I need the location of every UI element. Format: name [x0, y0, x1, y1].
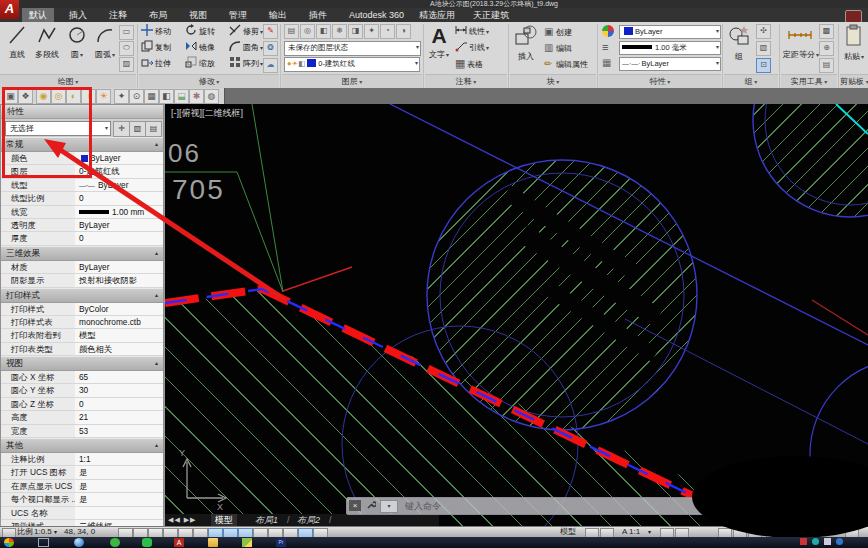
layer-freeze-icon[interactable]: ❄ — [332, 24, 347, 39]
tab-layout[interactable]: 布局 — [142, 8, 174, 22]
panel-footer-group[interactable]: 组 — [724, 74, 778, 88]
rotate-button[interactable]: 旋转 — [185, 24, 215, 39]
panel-footer-annotation[interactable]: 注释 — [425, 74, 507, 88]
panel-footer-utilities[interactable]: 实用工具 — [781, 74, 837, 88]
id-point-icon[interactable]: ⊕ — [819, 41, 834, 56]
panel-footer-layers[interactable]: 图层 — [282, 74, 422, 88]
section-3d[interactable]: 三维效果 — [1, 246, 163, 261]
layer-state-dropdown[interactable]: 未保存的图层状态▾ — [284, 41, 421, 56]
circle-button[interactable]: 圆 — [64, 24, 90, 60]
edit-block-button[interactable]: ▥编辑 — [544, 40, 572, 55]
mirror-button[interactable]: 镜像 — [185, 40, 215, 55]
fillet-button[interactable]: 圆角 — [229, 40, 263, 55]
premiere-icon[interactable]: Pr — [276, 538, 286, 547]
match-properties-icon[interactable]: ✎ — [263, 24, 278, 39]
polyline-button[interactable]: 多段线 — [32, 24, 62, 60]
row-plottype[interactable]: 打印表类型颜色相关 — [1, 343, 163, 356]
row-ucs-origin[interactable]: 在原点显示 UCS ...是 — [1, 480, 163, 493]
layer-tool-icon-13[interactable]: ✱ — [189, 89, 204, 104]
tab-plugins[interactable]: 插件 — [302, 8, 334, 22]
arc-button[interactable]: 圆弧 — [92, 24, 118, 60]
layer-tool-icon-14[interactable]: ◍ — [204, 89, 219, 104]
layer-tool-icon-11[interactable]: ◧ — [159, 89, 174, 104]
revision-cloud-icon[interactable]: ☁ — [263, 58, 278, 73]
group-select-on-icon[interactable]: ⊡ — [756, 58, 771, 73]
tab-manage[interactable]: 管理 — [222, 8, 254, 22]
linetype-dropdown[interactable]: — · — ·ByLayer▾ — [619, 57, 721, 71]
autocad-taskbar-icon[interactable]: A — [174, 538, 184, 547]
layer-tool-icon-9[interactable]: ⊙ — [129, 89, 144, 104]
line-button[interactable]: 直线 — [4, 24, 30, 60]
folder-icon[interactable] — [208, 538, 218, 547]
object-color-dropdown[interactable]: ByLayer▾ — [619, 25, 721, 39]
internet-explorer-icon[interactable] — [74, 538, 84, 547]
tab-layout1[interactable]: 布局1 — [255, 514, 278, 526]
row-material[interactable]: 材质ByLayer — [1, 261, 163, 274]
layer-dropdown[interactable]: ●☀◧0-建筑红线▾ — [284, 57, 420, 72]
viewport-controls[interactable]: [-][俯视][二维线框] — [171, 107, 243, 120]
row-plottable[interactable]: 打印样式表monochrome.ctb — [1, 316, 163, 329]
row-thickness[interactable]: 厚度0 — [1, 232, 163, 245]
viewport-scale[interactable]: 1:0.5 — [34, 527, 52, 537]
panel-footer-block[interactable]: 块 — [510, 74, 596, 88]
group-edit-icon[interactable]: ▧ — [756, 41, 771, 56]
layer-tool-icon-8[interactable]: ✦ — [114, 89, 129, 104]
command-input[interactable]: 键入命令 — [405, 499, 441, 513]
row-plotstyle[interactable]: 打印样式ByColor — [1, 303, 163, 316]
stretch-button[interactable]: 拉伸 — [141, 56, 171, 71]
tray-icon-3[interactable] — [824, 538, 831, 545]
row-center-z[interactable]: 圆心 Z 坐标0 — [1, 398, 163, 411]
measure-button[interactable]: 定距等分 — [783, 24, 817, 60]
text-button[interactable]: A 文字 — [427, 24, 451, 60]
dimension-button[interactable]: 线性 — [455, 24, 489, 39]
start-button[interactable] — [4, 538, 14, 547]
ellipse-icon[interactable]: ⬭ — [119, 41, 134, 56]
row-linetype[interactable]: 线型—··— ByLayer — [1, 179, 163, 192]
row-ucs-name[interactable]: UCS 名称 — [1, 507, 163, 520]
layer-isolate-icon[interactable]: ◧ — [316, 24, 331, 39]
blend-icon[interactable]: ❂ — [263, 41, 278, 56]
row-center-y[interactable]: 圆心 Y 坐标30 — [1, 384, 163, 397]
tab-view[interactable]: 视图 — [182, 8, 214, 22]
panel-footer-clipboard[interactable]: 剪贴板 — [840, 74, 868, 88]
tray-icon-4[interactable] — [836, 538, 843, 545]
move-button[interactable]: 移动 — [141, 24, 171, 39]
tab-insert[interactable]: 插入 — [62, 8, 94, 22]
model-space-button[interactable]: 模型 — [560, 527, 576, 537]
paste-button[interactable]: 粘贴 — [842, 24, 866, 62]
lineweight-dropdown[interactable]: 1.00 毫米▾ — [619, 41, 721, 55]
autocad-app-icon[interactable]: A — [0, 0, 19, 19]
row-width[interactable]: 宽度53 — [1, 425, 163, 438]
tray-icon-2[interactable] — [812, 538, 819, 545]
linetype-list-icon[interactable]: ▦ — [602, 57, 611, 68]
section-view[interactable]: 视图 — [1, 356, 163, 371]
scale-button[interactable]: 缩放 — [185, 56, 215, 71]
copy-button[interactable]: 复制 — [141, 40, 171, 55]
panel-footer-modify[interactable]: 修改 — [139, 74, 279, 88]
edit-attribute-button[interactable]: ✏编辑属性 — [544, 56, 588, 71]
row-lineweight[interactable]: 线宽1.00 mm — [1, 206, 163, 219]
row-linetype-scale[interactable]: 线型比例0 — [1, 192, 163, 205]
layer-walk-icon[interactable]: ◑ — [396, 24, 411, 39]
section-plotstyle[interactable]: 打印样式 — [1, 288, 163, 303]
tab-layout2[interactable]: 布局2 — [297, 514, 320, 526]
layer-tool-icon-10[interactable]: ▦ — [144, 89, 159, 104]
rectangle-icon[interactable]: ▭ — [119, 25, 134, 40]
trim-button[interactable]: 修剪 — [229, 24, 263, 39]
create-block-button[interactable]: ▣创建 — [544, 24, 572, 39]
row-center-x[interactable]: 圆心 X 坐标65 — [1, 371, 163, 384]
sun-tool-icon[interactable]: ☀ — [96, 89, 111, 104]
insert-block-button[interactable]: 插入 — [512, 24, 540, 62]
row-shadow[interactable]: 阴影显示投射和接收阴影 — [1, 274, 163, 287]
select-objects-icon[interactable]: ▧ — [129, 121, 146, 137]
panel-footer-properties[interactable]: 特性 — [599, 74, 721, 88]
row-plotattach[interactable]: 打印表附着到模型 — [1, 329, 163, 342]
tab-annotate[interactable]: 注释 — [102, 8, 134, 22]
desktop-icon[interactable] — [38, 538, 49, 547]
tab-tianzheng[interactable]: 天正建筑 — [466, 8, 516, 22]
close-icon[interactable]: × — [349, 500, 361, 511]
media-app-icon[interactable] — [242, 538, 252, 547]
layer-off-icon[interactable]: ◎ — [300, 24, 315, 39]
layer-properties-icon[interactable]: ▤ — [284, 24, 299, 39]
annotation-scale-button[interactable]: A 1:1 — [622, 527, 640, 537]
